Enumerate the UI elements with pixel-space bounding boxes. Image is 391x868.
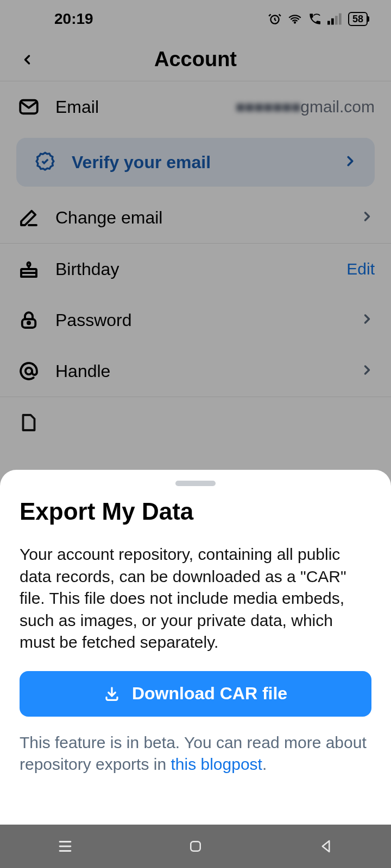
nav-recent-button[interactable] [52, 833, 79, 860]
nav-home-button[interactable] [182, 833, 209, 860]
sheet-drag-handle[interactable] [175, 481, 216, 486]
svg-rect-12 [191, 841, 200, 851]
download-icon [104, 686, 120, 702]
download-car-label: Download CAR file [132, 684, 287, 704]
blogpost-link[interactable]: this blogpost [171, 755, 262, 773]
sheet-note: This feature is in beta. You can read mo… [20, 732, 371, 776]
system-nav-bar [0, 825, 391, 868]
nav-back-button[interactable] [312, 833, 339, 860]
export-data-sheet: Export My Data Your account repository, … [0, 470, 391, 868]
sheet-body-text: Your account repository, containing all … [20, 544, 371, 654]
sheet-title: Export My Data [20, 498, 371, 525]
download-car-button[interactable]: Download CAR file [20, 671, 371, 717]
